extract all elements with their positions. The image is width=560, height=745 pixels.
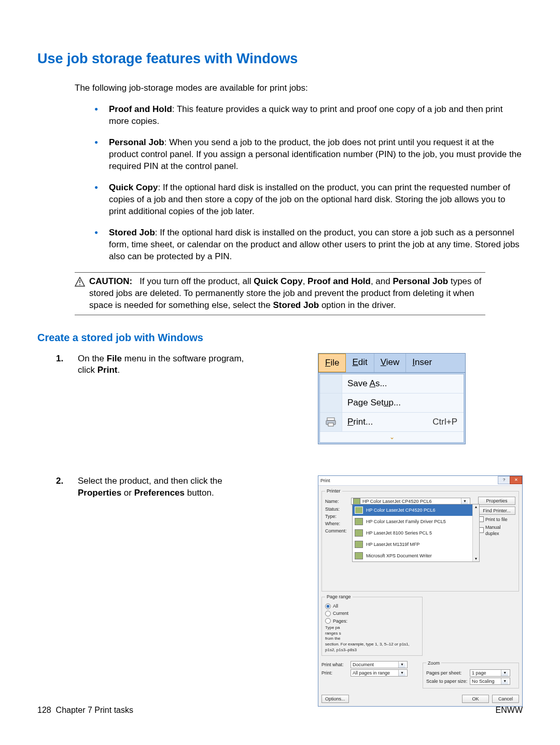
options-button[interactable]: Options... xyxy=(321,695,349,703)
bullet-term: Proof and Hold xyxy=(109,104,172,114)
scrollbar[interactable]: ▲ ▼ xyxy=(472,504,479,561)
printer-icon xyxy=(355,518,363,525)
printer-icon xyxy=(355,529,363,537)
print-what-combo[interactable]: Document▼ xyxy=(351,661,408,668)
page-range-group: Page range All Current Pages: Type pa ra… xyxy=(321,594,423,656)
dialog-titlebar: Print ? ✕ xyxy=(318,476,522,486)
print-to-file-checkbox[interactable]: Print to file xyxy=(478,516,515,523)
scale-combo[interactable]: No Scaling▼ xyxy=(470,678,510,685)
pages-per-sheet-combo[interactable]: 1 page▼ xyxy=(470,669,510,677)
scroll-down-icon: ▼ xyxy=(474,556,478,561)
print-label: Print: xyxy=(321,670,348,676)
menu-insert[interactable]: Inser xyxy=(406,354,438,373)
print-what-label: Print what: xyxy=(321,662,348,668)
print-combo[interactable]: All pages in range▼ xyxy=(351,669,408,677)
blank-icon xyxy=(320,374,342,393)
caution-term: Quick Copy xyxy=(254,276,302,286)
caution-term: Proof and Hold xyxy=(307,276,371,286)
find-printer-button[interactable]: Find Printer... xyxy=(478,507,515,515)
bullet-term: Quick Copy xyxy=(109,182,158,192)
subsection-heading: Create a stored job with Windows xyxy=(37,331,523,345)
print-dialog-figure: Print ? ✕ Printer Name: xyxy=(318,475,523,706)
bullet-item: Quick Copy: If the optional hard disk is… xyxy=(94,182,523,218)
bullet-list: Proof and Hold: This feature provides a … xyxy=(94,104,523,262)
printer-legend: Printer xyxy=(325,488,342,494)
close-button[interactable]: ✕ xyxy=(510,476,522,484)
file-menu-figure: File Edit View Inser File Edit View Inse… xyxy=(318,353,466,445)
step-row: 1. On the File menu in the software prog… xyxy=(56,353,523,445)
menu-file[interactable]: File xyxy=(318,354,346,373)
page-range-legend: Page range xyxy=(325,594,353,600)
radio-all[interactable] xyxy=(325,603,331,609)
ok-button[interactable]: OK xyxy=(462,695,489,703)
caution-part: If you turn off the product, all xyxy=(139,276,254,286)
chevron-down-icon: ▼ xyxy=(398,670,405,676)
cancel-button[interactable]: Cancel xyxy=(492,695,519,703)
radio-pages[interactable] xyxy=(325,618,331,624)
pages-hint-pre: Type pa ranges s from the xyxy=(325,625,419,642)
bullet-item: Stored Job: If the optional hard disk is… xyxy=(94,227,523,263)
step-text: Select the product, and then click the P… xyxy=(78,475,254,499)
menu-item-print[interactable]: Print... Ctrl+P Print... xyxy=(320,413,464,432)
dialog-title: Print xyxy=(320,477,330,484)
bullet-term: Personal Job xyxy=(109,137,164,147)
section-heading: Use job storage features with Windows xyxy=(37,49,523,68)
step-row: 2. Select the product, and then click th… xyxy=(56,475,523,706)
printer-option[interactable]: HP LaserJet M1319f MFP xyxy=(353,539,479,550)
menu-item-page-setup[interactable]: Page Setup... Page Setup... xyxy=(320,393,464,413)
bullet-term: Stored Job xyxy=(109,228,155,237)
shortcut-label: Ctrl+P xyxy=(432,416,464,428)
caution-icon xyxy=(75,277,85,287)
chevron-down-icon: ▼ xyxy=(501,678,508,684)
step-number: 2. xyxy=(56,475,68,487)
bullet-item: Personal Job: When you send a job to the… xyxy=(94,137,523,173)
menu-edit[interactable]: Edit xyxy=(346,354,374,373)
help-button[interactable]: ? xyxy=(498,476,510,484)
pages-per-sheet-label: Pages per sheet: xyxy=(426,670,468,676)
caution-box: CAUTION: If you turn off the product, al… xyxy=(75,272,485,315)
zoom-legend: Zoom xyxy=(426,660,441,666)
caution-part: option in the driver. xyxy=(319,300,396,310)
scale-label: Scale to paper size: xyxy=(426,678,468,684)
printer-group: Printer Name: HP Color LaserJet CP4520 P… xyxy=(321,488,519,592)
blank-icon xyxy=(320,393,342,412)
page-footer: 128 Chapter 7 Print tasks ENWW xyxy=(37,705,523,716)
name-label: Name: xyxy=(325,498,349,504)
chevron-down-icon: ▼ xyxy=(501,670,508,676)
bullet-text: : When you send a job to the product, th… xyxy=(109,137,522,171)
properties-button[interactable]: Properties xyxy=(478,497,515,505)
zoom-group: Zoom Pages per sheet: 1 page▼ Scale to p… xyxy=(423,660,519,688)
caution-term: Stored Job xyxy=(273,300,319,310)
bullet-item: Proof and Hold: This feature provides a … xyxy=(94,104,523,128)
manual-duplex-checkbox[interactable]: Manual duplex xyxy=(478,524,515,537)
chevron-down-icon: ⌄ xyxy=(389,434,395,440)
printer-dropdown-list[interactable]: HP Color LaserJet CP4520 PCL6 HP Color L… xyxy=(352,504,480,562)
file-dropdown: Save As... Save As... Page Setup... Page… xyxy=(319,374,464,443)
caution-part: , xyxy=(303,276,307,286)
chevron-down-icon: ▼ xyxy=(398,662,405,668)
printer-option[interactable]: HP LaserJet 8100 Series PCL 5 xyxy=(353,527,479,539)
printer-option[interactable]: HP Color LaserJet Family Driver PCL5 xyxy=(353,516,479,527)
menu-view[interactable]: View xyxy=(374,354,407,373)
where-label: Where: xyxy=(325,521,349,527)
printer-option[interactable]: HP Color LaserJet CP4520 PCL6 xyxy=(353,504,479,516)
radio-current[interactable] xyxy=(325,611,331,616)
menu-item-save-as[interactable]: Save As... Save As... xyxy=(320,374,464,393)
caution-part: , and xyxy=(371,276,393,286)
step-number: 1. xyxy=(56,353,68,365)
comment-label: Comment: xyxy=(325,528,349,534)
printer-icon xyxy=(320,413,342,431)
page-number: 128 xyxy=(37,706,51,714)
printer-option[interactable]: Microsoft XPS Document Writer xyxy=(353,550,479,561)
scroll-up-icon: ▲ xyxy=(474,504,478,509)
caution-text: CAUTION: If you turn off the product, al… xyxy=(89,276,485,312)
svg-rect-3 xyxy=(327,418,334,420)
printer-icon xyxy=(355,552,363,559)
bullet-text: : If the optional hard disk is installed… xyxy=(109,228,520,261)
chapter-label: Chapter 7 Print tasks xyxy=(56,706,133,714)
footer-right: ENWW xyxy=(496,705,523,716)
type-label: Type: xyxy=(325,513,349,519)
menu-expand[interactable]: ⌄ xyxy=(320,432,464,442)
step-text: On the File menu in the software program… xyxy=(78,353,254,377)
bullet-text: : If the optional hard disk is installed… xyxy=(109,182,510,216)
